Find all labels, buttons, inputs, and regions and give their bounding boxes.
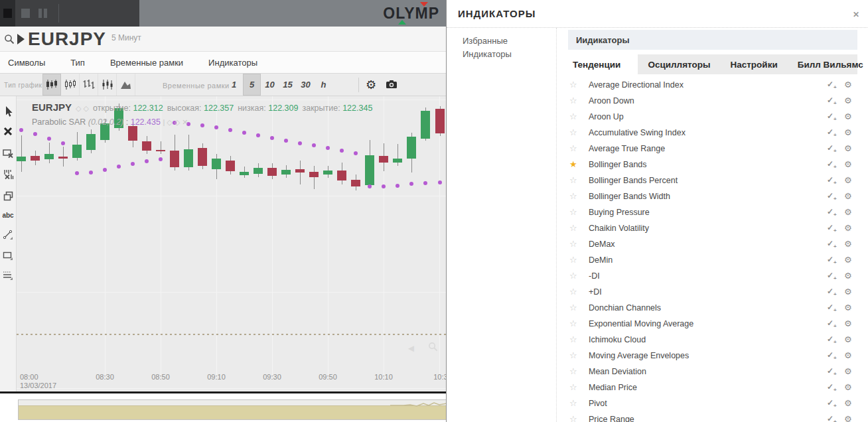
add-indicator-icon[interactable]: ✓+ bbox=[827, 414, 837, 422]
add-indicator-icon[interactable]: ✓+ bbox=[827, 143, 837, 154]
symbol-caret-icon[interactable] bbox=[17, 34, 25, 44]
indicator-row[interactable]: ☆Accumulative Swing Index✓+⚙ bbox=[568, 125, 857, 141]
indicator-row[interactable]: ☆Average Directional Index✓+⚙ bbox=[568, 77, 857, 93]
trend-line-tool-icon[interactable] bbox=[0, 226, 16, 244]
chart-type-candles-filled-icon[interactable] bbox=[42, 74, 61, 96]
indicator-settings-gear-icon[interactable]: ⚙ bbox=[844, 223, 852, 233]
tab-осцилляторы[interactable]: Осцилляторы bbox=[638, 54, 720, 74]
menu-item-индикаторы[interactable]: Индикаторы bbox=[208, 58, 257, 68]
timeframe-button-30[interactable]: 30 bbox=[297, 74, 315, 96]
indicator-settings-gear-icon[interactable]: ⚙ bbox=[844, 191, 852, 201]
pan-left-ghost-icon[interactable]: ◄ bbox=[406, 342, 416, 354]
timeframe-button-10[interactable]: 10 bbox=[261, 74, 279, 96]
indicator-row[interactable]: ☆Chaikin Volatility✓+⚙ bbox=[568, 220, 857, 236]
pointer-tool-icon[interactable] bbox=[0, 103, 16, 120]
tab-тенденции[interactable]: Тенденции bbox=[568, 54, 638, 74]
add-indicator-icon[interactable]: ✓+ bbox=[827, 271, 837, 281]
chart-navigator[interactable] bbox=[18, 399, 446, 420]
indicator-settings-gear-icon[interactable]: ⚙ bbox=[844, 159, 852, 169]
indicator-name[interactable]: Average True Range bbox=[589, 144, 665, 153]
panel-nav-indicators[interactable]: Индикаторы bbox=[463, 49, 512, 59]
add-indicator-icon[interactable]: ✓+ bbox=[827, 223, 837, 234]
add-indicator-icon[interactable]: ✓+ bbox=[827, 175, 837, 186]
indicator-row[interactable]: ☆Moving Average Envelopes✓+⚙ bbox=[568, 348, 857, 364]
delete-x-tool-icon[interactable] bbox=[0, 123, 16, 140]
add-indicator-icon[interactable]: ✓+ bbox=[827, 350, 837, 361]
indicator-name[interactable]: Aroon Down bbox=[589, 96, 634, 106]
indicator-row[interactable]: ☆DeMin✓+⚙ bbox=[568, 252, 857, 268]
indicator-name[interactable]: DeMax bbox=[589, 240, 615, 249]
indicator-name[interactable]: Donchian Channels bbox=[589, 303, 661, 313]
indicator-name[interactable]: Median Price bbox=[589, 383, 637, 392]
indicator-row[interactable]: ☆Average True Range✓+⚙ bbox=[568, 141, 857, 157]
menu-item-тип[interactable]: Тип bbox=[70, 58, 85, 68]
indicator-settings-gear-icon[interactable]: ⚙ bbox=[844, 96, 852, 106]
indicator-name[interactable]: Moving Average Envelopes bbox=[589, 351, 689, 360]
zoom-ghost-icon[interactable] bbox=[428, 342, 438, 354]
favorite-star-icon[interactable]: ★ bbox=[569, 159, 577, 169]
favorite-star-icon[interactable]: ☆ bbox=[569, 143, 577, 153]
rectangle-tool-icon[interactable] bbox=[0, 247, 16, 264]
indicator-name[interactable]: Buying Pressure bbox=[589, 208, 650, 217]
indicator-search-input[interactable] bbox=[568, 30, 857, 50]
indicator-row[interactable]: ☆+DI✓+⚙ bbox=[568, 284, 857, 300]
indicator-name[interactable]: +DI bbox=[589, 287, 602, 297]
add-indicator-icon[interactable]: ✓+ bbox=[827, 127, 837, 138]
legend-visibility-icons[interactable]: ◇ ◇ bbox=[76, 104, 89, 112]
timeframe-button-h[interactable]: h bbox=[315, 74, 332, 96]
indicator-action-icons[interactable]: | ◇ ◇ ✕ bbox=[163, 118, 188, 126]
search-icon[interactable] bbox=[4, 34, 15, 47]
favorite-star-icon[interactable]: ☆ bbox=[569, 207, 577, 217]
layout-split-icon[interactable] bbox=[21, 9, 30, 18]
indicator-row[interactable]: ★Bollinger Bands✓+⚙ bbox=[568, 157, 857, 173]
add-indicator-icon[interactable]: ✓+ bbox=[827, 398, 837, 409]
indicator-name[interactable]: Bollinger Bands Width bbox=[589, 192, 670, 201]
indicator-row[interactable]: ☆DeMax✓+⚙ bbox=[568, 236, 857, 252]
indicator-row[interactable]: ☆Buying Pressure✓+⚙ bbox=[568, 204, 857, 220]
screenshot-camera-icon[interactable] bbox=[386, 80, 398, 92]
symbol-name[interactable]: EURJPY bbox=[28, 29, 106, 50]
favorite-star-icon[interactable]: ☆ bbox=[569, 287, 577, 297]
add-indicator-icon[interactable]: ✓+ bbox=[827, 366, 837, 377]
favorite-star-icon[interactable]: ☆ bbox=[569, 398, 577, 408]
timeframe-button-5[interactable]: 5 bbox=[243, 74, 261, 96]
indicator-settings-gear-icon[interactable]: ⚙ bbox=[844, 350, 852, 360]
favorite-star-icon[interactable]: ☆ bbox=[569, 255, 577, 265]
delete-selection-tool-icon[interactable] bbox=[0, 145, 16, 162]
favorite-star-icon[interactable]: ☆ bbox=[569, 350, 577, 360]
price-chart[interactable]: ◄ EURJPY◇ ◇открытие: 122.312высокая: 122… bbox=[17, 96, 446, 391]
settings-gear-icon[interactable]: ⚙ bbox=[366, 78, 376, 92]
indicator-name[interactable]: Pivot bbox=[589, 399, 607, 408]
indicator-settings-gear-icon[interactable]: ⚙ bbox=[844, 366, 852, 376]
favorite-star-icon[interactable]: ☆ bbox=[569, 127, 577, 137]
timeframe-button-1[interactable]: 1 bbox=[225, 74, 243, 96]
indicator-row[interactable]: ☆Exponential Moving Average✓+⚙ bbox=[568, 316, 857, 332]
add-indicator-icon[interactable]: ✓+ bbox=[827, 303, 837, 313]
indicator-settings-gear-icon[interactable]: ⚙ bbox=[844, 143, 852, 153]
indicator-row[interactable]: ☆Mean Deviation✓+⚙ bbox=[568, 364, 857, 380]
add-indicator-icon[interactable]: ✓+ bbox=[827, 80, 837, 90]
indicator-name[interactable]: Aroon Up bbox=[589, 112, 624, 121]
chart-type-area-chart-icon[interactable] bbox=[117, 74, 135, 96]
indicator-row[interactable]: ☆Bollinger Bands Percent✓+⚙ bbox=[568, 173, 857, 188]
indicator-settings-gear-icon[interactable]: ⚙ bbox=[844, 127, 852, 137]
menu-item-символы[interactable]: Символы bbox=[8, 58, 45, 68]
layout-single-icon[interactable] bbox=[0, 0, 15, 27]
indicator-row[interactable]: ☆Aroon Down✓+⚙ bbox=[568, 93, 857, 109]
indicator-name[interactable]: Accumulative Swing Index bbox=[589, 128, 686, 137]
add-indicator-icon[interactable]: ✓+ bbox=[827, 255, 837, 265]
add-indicator-icon[interactable]: ✓+ bbox=[827, 239, 837, 249]
horizontal-lines-tool-icon[interactable] bbox=[0, 267, 16, 284]
add-indicator-icon[interactable]: ✓+ bbox=[827, 207, 837, 218]
indicator-name[interactable]: Chaikin Volatility bbox=[589, 224, 649, 233]
add-indicator-icon[interactable]: ✓+ bbox=[827, 159, 837, 170]
add-indicator-icon[interactable]: ✓+ bbox=[827, 96, 837, 106]
tab-настройки[interactable]: Настройки bbox=[720, 54, 787, 74]
panel-nav-favorites[interactable]: Избранные bbox=[463, 36, 508, 46]
indicator-row[interactable]: ☆-DI✓+⚙ bbox=[568, 268, 857, 284]
indicator-name[interactable]: Ichimoku Cloud bbox=[589, 335, 646, 344]
indicator-settings-gear-icon[interactable]: ⚙ bbox=[844, 414, 852, 422]
indicator-settings-gear-icon[interactable]: ⚙ bbox=[844, 80, 852, 90]
favorite-star-icon[interactable]: ☆ bbox=[569, 366, 577, 376]
indicator-name[interactable]: -DI bbox=[589, 271, 600, 281]
